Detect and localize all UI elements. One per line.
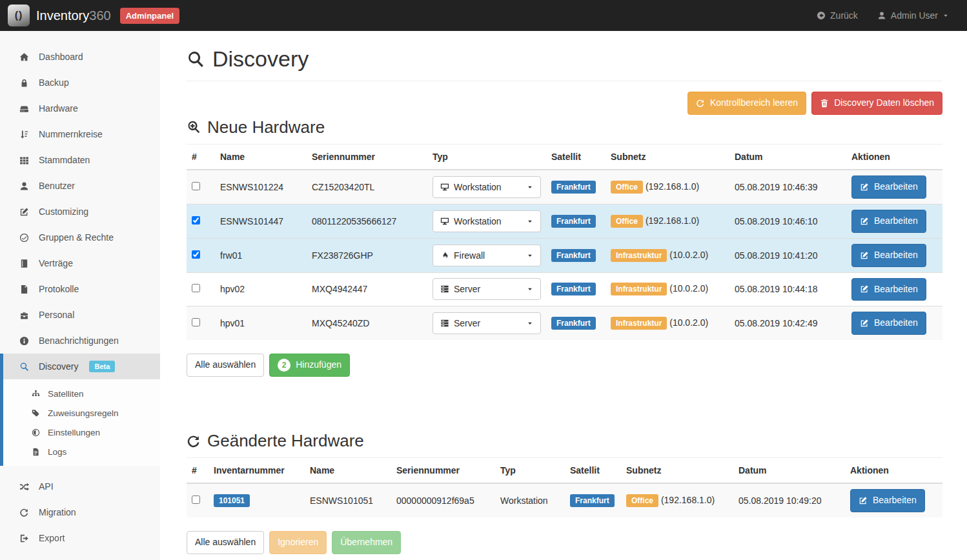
pencil-square-icon	[860, 217, 869, 226]
pencil-square-icon	[860, 251, 869, 260]
sidebar-item-label: Verträge	[39, 258, 73, 268]
sidebar-item-label: Protokolle	[39, 284, 79, 294]
clear-control-button[interactable]: Kontrollbereich leeren	[687, 92, 806, 115]
sidebar-item-backup[interactable]: Backup	[0, 70, 160, 95]
pencil-square-icon	[859, 496, 868, 505]
page-title: Discovery	[187, 46, 942, 72]
fire-icon	[440, 251, 449, 260]
sidebar-item-customizing[interactable]: Customizing	[0, 199, 160, 225]
beta-badge: Beta	[89, 361, 115, 372]
row-checkbox[interactable]	[192, 182, 200, 190]
inventory-number-badge: 101051	[214, 494, 250, 507]
column-header: Satellit	[546, 145, 606, 170]
sitemap-icon	[32, 390, 40, 398]
sidebar-item-logs[interactable]: Logs	[3, 442, 160, 461]
row-checkbox[interactable]	[192, 495, 200, 504]
sidebar-item-einstellungen[interactable]: Einstellungen	[3, 423, 160, 442]
caret-down-icon	[527, 252, 533, 259]
row-checkbox[interactable]	[192, 216, 200, 225]
edit-button[interactable]: Bearbeiten	[851, 312, 926, 335]
subnet-badge: Infrastruktur	[611, 317, 667, 330]
sidebar-item-benutzer[interactable]: Benutzer	[0, 173, 160, 199]
info-circle-icon	[19, 336, 29, 346]
sidebar-item-nummernkreise[interactable]: Nummernkreise	[0, 121, 160, 147]
cell-serial: 08011220535666127	[307, 204, 427, 238]
divider	[187, 81, 942, 81]
sidebar-item-gruppen-rechte[interactable]: Gruppen & Rechte	[0, 225, 160, 250]
type-select[interactable]: Workstation	[433, 210, 541, 232]
cell-name: ESNWS101447	[215, 204, 307, 238]
top-navbar: () Inventory360 Adminpanel Zurück Admin …	[0, 0, 967, 31]
subnet-badge: Office	[611, 215, 643, 228]
column-header: Aktionen	[845, 458, 942, 483]
desktop-icon	[440, 183, 449, 192]
row-checkbox[interactable]	[192, 284, 200, 292]
brand[interactable]: () Inventory360 Adminpanel	[8, 5, 179, 26]
home-icon	[19, 52, 29, 62]
cell-serial: FX238726GHP	[307, 238, 427, 272]
delete-discovery-data-button[interactable]: Discovery Daten löschen	[811, 92, 942, 115]
edit-button[interactable]: Bearbeiten	[851, 244, 926, 267]
sidebar-item-stammdaten[interactable]: Stammdaten	[0, 147, 160, 173]
sidebar-item-migration[interactable]: Migration	[0, 499, 160, 525]
sidebar-item-label: Migration	[39, 507, 76, 517]
sidebar-item-label: Benutzer	[39, 181, 75, 191]
cell-serial: MXQ4942447	[307, 272, 427, 306]
refresh-icon	[696, 99, 705, 108]
type-select[interactable]: Firewall	[433, 245, 541, 266]
file-text-icon	[32, 448, 40, 456]
select-all-button[interactable]: Alle auswählen	[187, 531, 264, 554]
edit-button[interactable]: Bearbeiten	[850, 489, 925, 512]
caret-down-icon	[527, 286, 533, 292]
back-link[interactable]: Zurück	[817, 10, 858, 21]
sidebar-item-label: Dashboard	[39, 52, 83, 62]
type-select[interactable]: Workstation	[433, 176, 541, 198]
neue-hardware-actions: Alle auswählen 2 Hinzufügen	[187, 354, 942, 377]
edit-button[interactable]: Bearbeiten	[851, 210, 926, 233]
edit-button[interactable]: Bearbeiten	[851, 175, 926, 199]
discovery-subnav: Satelliten Zuweisungsregeln Einstellunge…	[0, 379, 160, 466]
sidebar-item-label: Zuweisungsregeln	[48, 408, 119, 418]
sidebar-item-zuweisungsregeln[interactable]: Zuweisungsregeln	[3, 403, 160, 423]
user-menu[interactable]: Admin User	[877, 10, 949, 21]
sidebar-item-api[interactable]: API	[0, 474, 160, 499]
row-checkbox[interactable]	[192, 318, 200, 326]
satellite-badge: Frankfurt	[551, 249, 596, 262]
table-row: 101051 ESNWS101051 00000000912f69a5 Work…	[187, 483, 942, 517]
sidebar-item-dashboard[interactable]: Dashboard	[0, 44, 160, 70]
sidebar-item-export[interactable]: Export	[0, 525, 160, 551]
add-button[interactable]: 2 Hinzufügen	[269, 354, 350, 377]
sidebar-item-hardware[interactable]: Hardware	[0, 95, 160, 121]
select-all-button[interactable]: Alle auswählen	[187, 354, 264, 377]
subnet-badge: Infrastruktur	[611, 249, 667, 262]
hdd-icon	[19, 104, 29, 114]
type-select[interactable]: Server	[433, 312, 541, 334]
ignore-button[interactable]: Ignorieren	[269, 531, 327, 554]
column-header: Seriennummer	[391, 458, 495, 483]
column-header: Typ	[495, 458, 565, 483]
user-menu-label: Admin User	[891, 10, 938, 21]
type-select[interactable]: Server	[433, 278, 541, 300]
sidebar-item-satelliten[interactable]: Satelliten	[3, 384, 160, 403]
sidebar-item-label: Export	[39, 533, 65, 543]
edit-button[interactable]: Bearbeiten	[851, 278, 926, 301]
column-header: Name	[215, 145, 307, 170]
check-circle-icon	[19, 233, 29, 243]
section-title-geaenderte-hardware: Geänderte Hardware	[187, 431, 942, 451]
sidebar-item-label: API	[39, 481, 54, 492]
sidebar-item-discovery[interactable]: Discovery Beta	[0, 354, 160, 379]
sidebar-item-update[interactable]: Update	[0, 551, 160, 560]
sidebar-item-label: Logs	[48, 447, 66, 457]
cell-date: 05.08.2019 10:44:18	[729, 272, 846, 306]
user-icon	[19, 181, 29, 191]
app-logo-icon: ()	[8, 5, 30, 26]
column-header: Typ	[427, 145, 546, 170]
row-checkbox[interactable]	[192, 250, 200, 259]
geaenderte-hardware-section: Geänderte Hardware # Inventarnummer Name…	[187, 431, 942, 554]
sidebar-item-personal[interactable]: Personal	[0, 302, 160, 328]
sidebar-item-benachrichtigungen[interactable]: Benachrichtigungen	[0, 328, 160, 354]
apply-button[interactable]: Übernehmen	[332, 531, 401, 554]
sidebar-item-vertraege[interactable]: Verträge	[0, 250, 160, 276]
sidebar-item-protokolle[interactable]: Protokolle	[0, 276, 160, 302]
table-row: ESNWS101447 08011220535666127 Workstatio…	[187, 204, 942, 238]
